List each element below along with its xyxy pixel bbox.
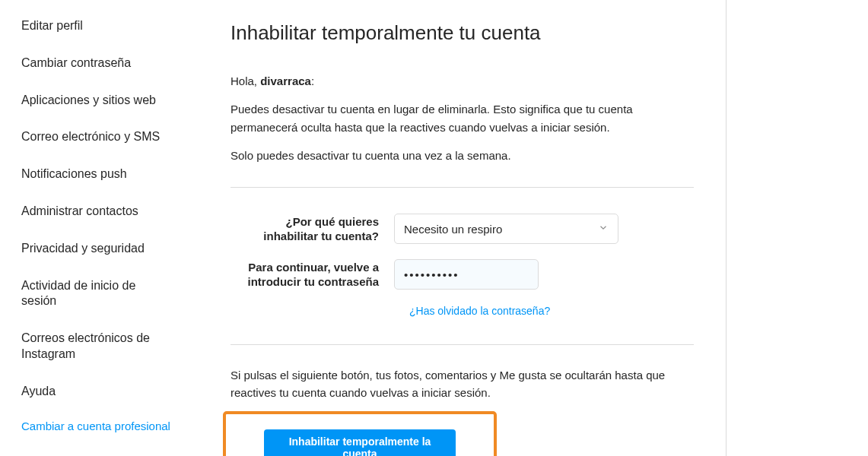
- final-warning-text: Si pulsas el siguiente botón, tus fotos,…: [231, 345, 694, 402]
- main-content: Inhabilitar temporalmente tu cuenta Hola…: [194, 0, 726, 456]
- password-input[interactable]: [394, 259, 539, 290]
- switch-professional-link[interactable]: Cambiar a cuenta profesional: [21, 410, 194, 442]
- password-label: Para continuar, vuelve a introducir tu c…: [231, 260, 394, 290]
- settings-sidebar: Editar perfil Cambiar contraseña Aplicac…: [0, 0, 194, 456]
- reason-select[interactable]: Necesito un respiro: [394, 214, 618, 244]
- reason-label: ¿Por qué quieres inhabilitar tu cuenta?: [231, 214, 394, 244]
- disable-account-button[interactable]: Inhabilitar temporalmente la cuenta: [264, 429, 456, 457]
- intro-block: Hola, divarraca: Puedes desactivar tu cu…: [231, 72, 694, 164]
- sidebar-item-apps-websites[interactable]: Aplicaciones y sitios web: [21, 82, 173, 119]
- sidebar-item-edit-profile[interactable]: Editar perfil: [21, 8, 173, 45]
- disable-button-highlight: Inhabilitar temporalmente la cuenta: [223, 411, 497, 457]
- sidebar-item-change-password[interactable]: Cambiar contraseña: [21, 45, 173, 82]
- reason-select-value: Necesito un respiro: [404, 223, 502, 236]
- description-2: Solo puedes desactivar tu cuenta una vez…: [231, 147, 694, 164]
- sidebar-item-push-notifications[interactable]: Notificaciones push: [21, 156, 173, 193]
- sidebar-item-manage-contacts[interactable]: Administrar contactos: [21, 193, 173, 230]
- description-1: Puedes desactivar tu cuenta en lugar de …: [231, 100, 694, 136]
- sidebar-item-help[interactable]: Ayuda: [21, 373, 173, 410]
- sidebar-item-email-sms[interactable]: Correo electrónico y SMS: [21, 119, 173, 156]
- greeting-prefix: Hola,: [231, 74, 260, 87]
- username: divarraca: [260, 74, 311, 87]
- forgot-password-link[interactable]: ¿Has olvidado la contraseña?: [409, 305, 550, 317]
- chevron-down-icon: [598, 223, 609, 236]
- page-title: Inhabilitar temporalmente tu cuenta: [231, 21, 694, 45]
- disable-form: ¿Por qué quieres inhabilitar tu cuenta? …: [231, 188, 694, 344]
- sidebar-item-privacy-security[interactable]: Privacidad y seguridad: [21, 230, 173, 268]
- greeting-line: Hola, divarraca:: [231, 72, 694, 90]
- sidebar-item-instagram-emails[interactable]: Correos electrónicos de Instagram: [21, 320, 173, 373]
- greeting-suffix: :: [311, 74, 314, 87]
- sidebar-item-login-activity[interactable]: Actividad de inicio de sesión: [21, 268, 173, 321]
